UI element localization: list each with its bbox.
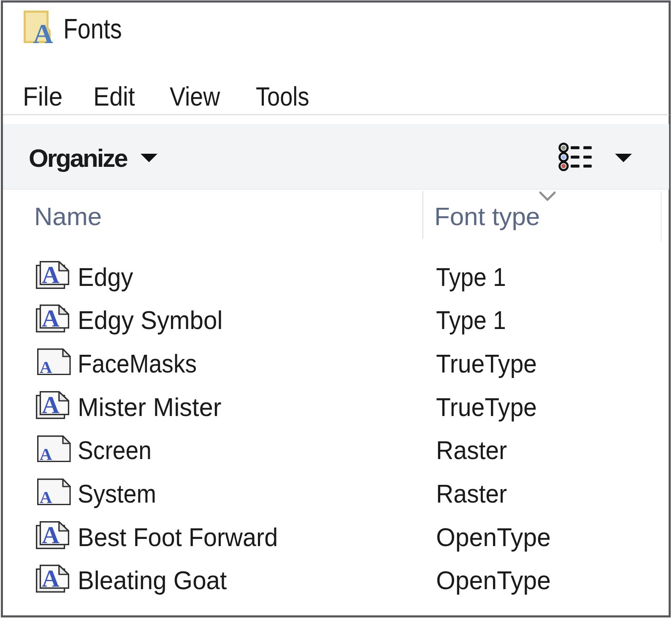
svg-text:A: A	[33, 18, 53, 49]
